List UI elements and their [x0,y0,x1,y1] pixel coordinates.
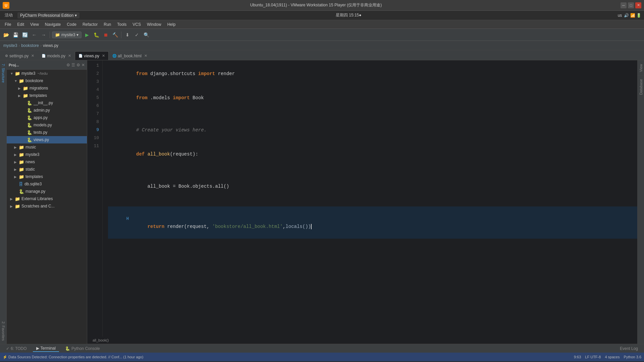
breadcrumb-project[interactable]: mysite3 [3,43,17,48]
terminal-tab[interactable]: ▶ Terminal [33,345,59,352]
tab-allbook-close[interactable]: ✕ [144,54,147,58]
tab-allbook[interactable]: 🌐 all_book.html ✕ [109,51,151,60]
html-file-icon: 🌐 [112,54,116,58]
todo-tab[interactable]: ✓ 6: TODO [3,346,30,352]
sync-button[interactable]: 🔄 [21,31,29,39]
database-panel-tab[interactable]: Database [638,75,644,98]
menu-tools[interactable]: Tools [114,21,129,27]
news-folder-icon: 📁 [19,160,24,165]
breadcrumb-allbook[interactable]: all_book() [93,338,109,342]
tree-item-tests[interactable]: 🐍 tests.py [7,129,87,136]
tree-item-mysite3[interactable]: ▼ 📁 mysite3 ~/tedu [7,70,87,77]
save-button[interactable]: 💾 [11,31,19,39]
favorites-panel-tab[interactable]: 2: Favorites [0,318,7,344]
debug-button[interactable]: 🐛 [92,31,100,39]
tree-item-manage[interactable]: 🐍 manage.py [7,188,87,195]
project-tree-header: Proj... ⚙ ☰ ⚙ ✕ [7,60,87,70]
breadcrumb-bar: all_book() [87,337,637,344]
status-lang[interactable]: Python 3.6 [624,355,641,359]
tree-item-templates-root[interactable]: ▶ 📁 templates [7,173,87,180]
tab-models-close[interactable]: ✕ [68,54,71,58]
maximize-button[interactable]: □ [628,2,634,8]
project-tree-close[interactable]: ✕ [82,63,85,67]
menu-refactor[interactable]: Refactor [80,21,100,27]
tree-item-external-libs[interactable]: ▶ 📁 External Libraries [7,195,87,202]
tree-item-bookstore[interactable]: ▼ 📁 bookstore [7,77,87,84]
tree-item-migrations[interactable]: ▶ 📁 migrations [7,84,87,92]
activities-button[interactable]: 活动 [3,12,15,19]
expand-arrow-mysite3-inner: ▶ [14,153,18,157]
line-numbers: 1 2 3 4 5 6 7 8 9 10 11 [87,60,103,337]
menu-file[interactable]: File [2,21,14,27]
tree-item-mysite3-inner[interactable]: ▶ 📁 mysite3 [7,151,87,158]
tab-models[interactable]: 📄 models.py ✕ [38,51,75,60]
view-panel-tab[interactable]: View [638,60,644,75]
code-line-6 [108,166,637,174]
event-log-tab[interactable]: Event Log [616,346,641,352]
line-num-2: 2 [87,70,99,78]
status-position[interactable]: 9:63 [574,355,581,359]
tree-item-views[interactable]: 🐍 views.py [7,136,87,143]
tree-item-static[interactable]: ▶ 📁 static [7,166,87,173]
breadcrumb-bookstore[interactable]: bookstore [21,43,39,48]
search-everywhere-button[interactable]: 🔍 [142,31,150,39]
code-area[interactable]: 1 2 3 4 5 6 7 8 9 10 11 from django.shor… [87,60,637,337]
menu-run[interactable]: Run [101,21,114,27]
tree-item-scratches[interactable]: ▶ 📁 Scratches and C... [7,202,87,210]
minimize-button[interactable]: ─ [621,2,627,8]
build-button[interactable]: 🔨 [111,31,119,39]
expand-arrow-bookstore: ▼ [14,79,18,83]
stop-button[interactable]: ⏹ [102,31,110,39]
code-content[interactable]: from django.shortcuts import render from… [103,60,637,337]
db-file-icon: 🗄 [19,182,23,187]
line-num-4: 4 [87,86,99,94]
left-panel-tabs: 7: Structure 2: Favorites [0,60,7,344]
tree-item-db[interactable]: 🗄 db.sqlite3 [7,180,87,188]
status-indent[interactable]: 4 spaces [605,355,620,359]
expand-arrow-music: ▶ [14,145,18,149]
tree-item-models[interactable]: 🐍 models.py [7,121,87,129]
menu-help[interactable]: Help [165,21,178,27]
vcs-commit-button[interactable]: ✓ [133,31,141,39]
back-button[interactable]: ← [30,31,38,39]
open-folder-button[interactable]: 📂 [2,31,10,39]
tree-item-apps[interactable]: 🐍 apps.py [7,114,87,121]
structure-panel-tab[interactable]: 7: Structure [0,60,7,86]
tree-item-music[interactable]: ▶ 📁 music [7,143,87,151]
project-selector[interactable]: 📁 mysite3 ▾ [52,32,82,38]
tree-item-admin[interactable]: 🐍 admin.py [7,107,87,114]
project-tree-title: Proj... [9,63,65,67]
app-label[interactable]: PyCharm Professional Edition ▾ [17,12,79,18]
music-folder-icon: 📁 [19,145,24,150]
forward-button[interactable]: → [40,31,48,39]
tree-label-views: views.py [34,137,49,142]
status-encoding[interactable]: LF UTF-8 [585,355,601,359]
tab-views-close[interactable]: ✕ [102,54,105,58]
project-tree-gear[interactable]: ⚙ [76,63,80,67]
menu-window[interactable]: Window [144,21,164,27]
tab-views[interactable]: 📄 views.py ✕ [75,51,109,60]
views-file-icon: 📄 [78,54,83,58]
menu-navigate[interactable]: Navigate [42,21,63,27]
project-tree-settings[interactable]: ⚙ [66,63,70,67]
tree-item-init[interactable]: 🐍 __init__.py [7,99,87,107]
tab-settings-close[interactable]: ✕ [31,54,34,58]
project-tree: Proj... ⚙ ☰ ⚙ ✕ ▼ 📁 mysite3 ~/tedu ▼ 📁 b… [7,60,87,344]
project-tree-expand[interactable]: ☰ [71,63,75,67]
menu-vcs[interactable]: VCS [130,21,144,27]
tree-item-news[interactable]: ▶ 📁 news [7,158,87,166]
tree-label-admin: admin.py [34,108,50,113]
menu-edit[interactable]: Edit [14,21,27,27]
tree-label-mysite3: mysite3 [21,71,35,76]
vcs-update-button[interactable]: ⬇ [123,31,131,39]
menu-view[interactable]: View [28,21,42,27]
tab-settings[interactable]: ⚙ settings.py ✕ [1,51,38,60]
breadcrumb-views[interactable]: views.py [43,43,58,48]
tree-item-templates-bookstore[interactable]: ▶ 📁 templates [7,92,87,99]
run-button[interactable]: ▶ [83,31,91,39]
tree-label-mysite3-inner: mysite3 [25,152,39,157]
menu-code[interactable]: Code [64,21,79,27]
tab-bar: ⚙ settings.py ✕ 📄 models.py ✕ 📄 views.py… [0,50,644,60]
close-button[interactable]: ✕ [635,2,641,8]
python-console-tab[interactable]: 🐍 Python Console [62,346,103,352]
